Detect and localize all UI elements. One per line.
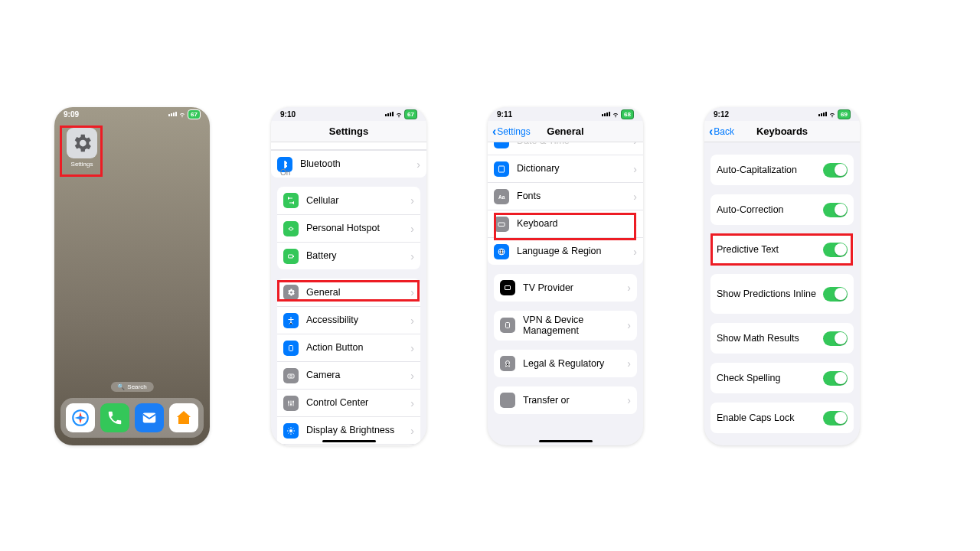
toggle-on-icon[interactable]	[823, 287, 848, 302]
status-icons: 67	[168, 109, 201, 119]
row-auto-correction[interactable]: Auto-Correction	[710, 194, 854, 225]
svg-point-10	[290, 375, 292, 377]
svg-point-14	[289, 429, 292, 432]
toggle-on-icon[interactable]	[823, 411, 848, 425]
row-date-time[interactable]: Date & Time›	[488, 142, 643, 155]
search-icon: 🔍	[117, 383, 125, 390]
row-legal[interactable]: Legal & Regulatory›	[494, 350, 637, 377]
svg-rect-8	[289, 345, 293, 350]
wifi-icon	[828, 111, 836, 117]
display-icon	[283, 423, 299, 439]
chevron-right-icon: ›	[627, 319, 631, 331]
row-transfer[interactable]: Transfer or›	[494, 386, 637, 414]
row-action-button[interactable]: Action Button›	[277, 334, 420, 361]
row-predictive-text[interactable]: Predictive Text	[710, 234, 854, 265]
general-list[interactable]: Date & Time› Dictionary› AaFonts› Keyboa…	[488, 142, 643, 445]
row-vpn[interactable]: VPN & Device Management›	[494, 311, 637, 341]
nav-back-label: Back	[714, 126, 734, 137]
row-personal-hotspot[interactable]: Personal Hotspot›	[277, 214, 420, 242]
toggle-on-icon[interactable]	[823, 163, 848, 178]
toggle-on-icon[interactable]	[823, 203, 848, 217]
chevron-right-icon: ›	[627, 282, 631, 294]
settings-list[interactable]: Bluetooth › On Cellular› Personal Hotspo…	[271, 142, 426, 445]
settings-app-icon[interactable]: Settings	[64, 128, 100, 168]
signal-icon	[602, 112, 610, 116]
row-label: Control Center	[306, 397, 407, 408]
chevron-right-icon: ›	[410, 397, 414, 409]
chevron-right-icon: ›	[410, 286, 414, 298]
chevron-right-icon: ›	[627, 357, 631, 370]
nav-back-label: Settings	[497, 126, 530, 137]
nav-back[interactable]: ‹Back	[709, 126, 734, 138]
row-show-predictions[interactable]: Show Predictions Inline	[710, 274, 854, 314]
row-accessibility[interactable]: Accessibility›	[277, 306, 420, 334]
row-keyboard[interactable]: Keyboard›	[488, 210, 643, 237]
phone-icon[interactable]	[100, 403, 129, 432]
chevron-right-icon: ›	[410, 425, 414, 437]
row-label: Battery	[306, 250, 407, 261]
row-label: Check Spelling	[717, 373, 823, 383]
panel-keyboards: 9:12 69 ‹Back Keyboards Auto-Capitalizat…	[704, 107, 860, 445]
settings-app-label: Settings	[64, 161, 100, 168]
row-bluetooth[interactable]: Bluetooth › On	[271, 150, 426, 178]
row-label: Legal & Regulatory	[523, 358, 624, 369]
row-auto-capitalization[interactable]: Auto-Capitalization	[710, 155, 854, 185]
mail-icon[interactable]	[135, 403, 164, 432]
panel-settings: 9:10 67 Settings Bluetooth › On Cellular…	[271, 107, 426, 445]
svg-point-7	[290, 317, 292, 318]
row-label: Cellular	[306, 195, 407, 206]
chevron-right-icon: ›	[633, 163, 637, 175]
row-label: Date & Time	[517, 142, 630, 146]
row-label: Bluetooth	[300, 158, 413, 169]
wifi-icon	[612, 111, 619, 117]
row-label: TV Provider	[523, 282, 624, 293]
svg-point-11	[288, 401, 289, 403]
home-app-icon[interactable]	[169, 403, 198, 432]
row-general[interactable]: General›	[277, 279, 420, 306]
svg-rect-19	[499, 166, 505, 172]
row-dictionary[interactable]: Dictionary›	[488, 155, 643, 182]
keyboard-list[interactable]: Auto-Capitalization Auto-Correction Pred…	[704, 142, 860, 445]
action-button-icon	[283, 341, 299, 356]
hotspot-icon	[283, 221, 299, 236]
home-indicator	[322, 440, 376, 442]
nav-back[interactable]: ‹Settings	[492, 126, 531, 138]
row-label: Auto-Correction	[717, 204, 823, 215]
nav-title: Keyboards	[756, 126, 808, 137]
row-tv-provider[interactable]: TV Provider›	[494, 274, 637, 302]
vpn-icon	[500, 318, 515, 333]
toggle-on-icon[interactable]	[823, 331, 848, 346]
row-cut-top	[271, 142, 426, 150]
row-battery[interactable]: Battery›	[277, 242, 420, 269]
row-label: Predictive Text	[717, 244, 823, 255]
dictionary-icon	[494, 161, 509, 177]
status-bar: 9:09 67	[54, 107, 210, 121]
row-language-region[interactable]: Language & Region›	[488, 237, 643, 265]
accessibility-icon	[283, 313, 299, 328]
bluetooth-status: On	[280, 168, 290, 177]
chevron-right-icon: ›	[410, 370, 414, 382]
row-math-results[interactable]: Show Math Results	[710, 323, 854, 354]
chevron-right-icon: ›	[410, 194, 414, 207]
toggle-on-icon[interactable]	[823, 243, 848, 257]
row-label: Dictionary	[517, 163, 630, 174]
row-label: Transfer or	[523, 395, 624, 406]
row-label: Auto-Capitalization	[717, 165, 823, 175]
search-pill[interactable]: 🔍 Search	[110, 382, 153, 392]
control-center-icon	[283, 396, 299, 411]
clock-icon	[494, 142, 509, 148]
nav-bar: ‹Back Keyboards	[704, 121, 860, 142]
chevron-right-icon: ›	[633, 142, 637, 147]
row-caps-lock[interactable]: Enable Caps Lock	[710, 403, 854, 433]
status-icons: 69	[818, 109, 851, 119]
row-control-center[interactable]: Control Center›	[277, 389, 420, 416]
row-fonts[interactable]: AaFonts›	[488, 182, 643, 210]
row-home-screen[interactable]: Home Screen & App Library›	[277, 444, 420, 445]
row-cellular[interactable]: Cellular›	[277, 187, 420, 214]
chevron-right-icon: ›	[633, 246, 637, 258]
safari-icon[interactable]	[66, 403, 95, 432]
panel-home-screen: 9:09 67 Settings 🔍 Search	[54, 107, 210, 445]
row-camera[interactable]: Camera›	[277, 361, 420, 389]
row-check-spelling[interactable]: Check Spelling	[710, 363, 854, 393]
toggle-on-icon[interactable]	[823, 371, 848, 386]
